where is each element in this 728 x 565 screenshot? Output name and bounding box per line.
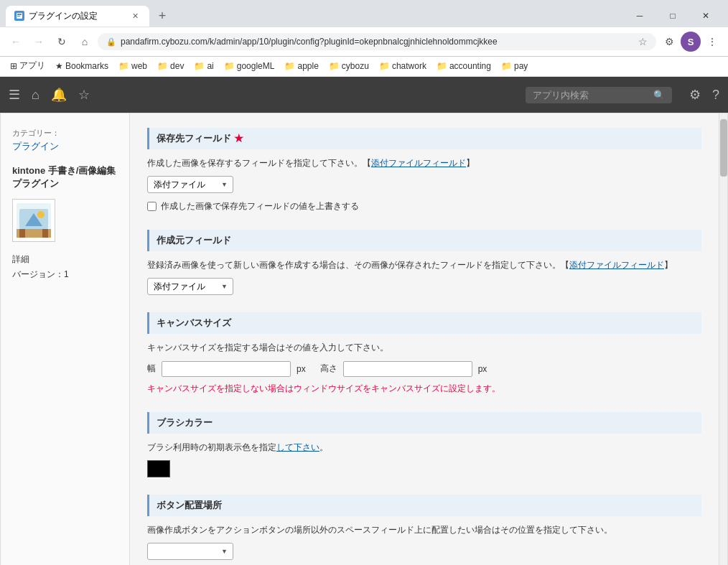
save-field-select[interactable]: 添付ファイル bbox=[147, 176, 233, 193]
bookmark-pay-label: pay bbox=[514, 61, 528, 71]
sidebar-category-label: カテゴリー： bbox=[12, 128, 118, 139]
active-tab[interactable]: プラグインの設定 ✕ bbox=[6, 6, 149, 27]
save-field-section: 保存先フィールド ★ 作成した画像を保存するフィールドを指定して下さい。【添付フ… bbox=[147, 128, 701, 213]
search-icon: 🔍 bbox=[653, 90, 665, 101]
canvas-size-row: 幅 px 高さ px bbox=[147, 361, 701, 377]
svg-point-7 bbox=[37, 211, 45, 218]
bookmark-apps[interactable]: ⊞ アプリ bbox=[6, 58, 50, 73]
bookmark-accounting[interactable]: 📁 accounting bbox=[432, 60, 495, 73]
bookmark-chatwork-label: chatwork bbox=[392, 61, 426, 71]
bookmark-bookmarks[interactable]: ★ Bookmarks bbox=[51, 60, 113, 73]
maximize-button[interactable]: □ bbox=[656, 4, 689, 27]
bookmark-dev[interactable]: 📁 dev bbox=[153, 60, 188, 73]
scrollbar-thumb[interactable] bbox=[720, 119, 727, 177]
menu-button[interactable]: ⋮ bbox=[702, 32, 722, 52]
canvas-height-input[interactable] bbox=[343, 361, 472, 377]
main-content: カテゴリー： プラグイン kintone 手書き/画像編集プラグイン 詳細 バー… bbox=[0, 113, 728, 565]
bookmark-pay[interactable]: 📁 pay bbox=[497, 60, 532, 73]
notification-icon[interactable]: 🔔 bbox=[51, 87, 67, 103]
color-picker[interactable] bbox=[147, 460, 170, 477]
bookmark-ai[interactable]: 📁 ai bbox=[190, 60, 218, 73]
help-icon[interactable]: ? bbox=[712, 88, 719, 103]
sidebar-plugin-link[interactable]: プラグイン bbox=[12, 140, 118, 153]
settings-icon[interactable]: ⚙ bbox=[689, 87, 701, 103]
svg-rect-2 bbox=[17, 14, 22, 15]
bookmark-dev-label: dev bbox=[170, 61, 184, 71]
tab-favicon bbox=[14, 11, 24, 21]
sidebar: カテゴリー： プラグイン kintone 手書き/画像編集プラグイン 詳細 バー… bbox=[1, 113, 130, 565]
favorites-icon[interactable]: ☆ bbox=[78, 87, 90, 103]
canvas-size-desc: キャンバスサイズを指定する場合はその値を入力して下さい。 bbox=[147, 341, 701, 355]
bookmark-chatwork[interactable]: 📁 chatwork bbox=[375, 60, 431, 73]
source-field-link[interactable]: 添付ファイルフィールド bbox=[569, 260, 664, 270]
width-label: 幅 bbox=[147, 363, 156, 375]
home-app-icon[interactable]: ⌂ bbox=[32, 88, 39, 103]
svg-rect-3 bbox=[17, 16, 20, 17]
plugin-icon bbox=[12, 199, 55, 242]
apps-label: アプリ bbox=[19, 60, 45, 72]
required-indicator: ★ bbox=[234, 133, 243, 144]
profile-button[interactable]: S bbox=[681, 32, 701, 52]
home-button[interactable]: ⌂ bbox=[75, 32, 95, 52]
nav-actions: ⚙ S ⋮ bbox=[659, 32, 722, 52]
px2-label: px bbox=[478, 364, 487, 374]
scrollbar[interactable] bbox=[719, 113, 727, 565]
canvas-size-header: キャンバスサイズ bbox=[147, 312, 701, 334]
bookmark-ai-label: ai bbox=[207, 61, 213, 71]
save-field-desc: 作成した画像を保存するフィールドを指定して下さい。【添付ファイルフィールド】 bbox=[147, 157, 701, 170]
source-field-select[interactable]: 添付ファイル bbox=[147, 278, 233, 295]
svg-rect-10 bbox=[42, 229, 48, 238]
overwrite-checkbox[interactable] bbox=[147, 202, 157, 211]
save-field-link[interactable]: 添付ファイルフィールド bbox=[371, 158, 466, 168]
config-area: 保存先フィールド ★ 作成した画像を保存するフィールドを指定して下さい。【添付フ… bbox=[130, 113, 719, 565]
bookmark-star-icon[interactable]: ☆ bbox=[638, 36, 648, 47]
bookmarks-bar: ⊞ アプリ ★ Bookmarks 📁 web 📁 dev 📁 ai 📁 goo… bbox=[0, 57, 728, 77]
tab-close-button[interactable]: ✕ bbox=[129, 10, 141, 22]
button-position-select[interactable] bbox=[147, 543, 233, 560]
minimize-button[interactable]: ─ bbox=[623, 4, 656, 27]
hamburger-menu-icon[interactable]: ☰ bbox=[9, 87, 20, 103]
folder-icon-web: 📁 bbox=[118, 61, 129, 71]
button-position-header: ボタン配置場所 bbox=[147, 495, 701, 516]
forward-button[interactable]: → bbox=[29, 32, 49, 52]
back-button[interactable]: ← bbox=[6, 32, 26, 52]
canvas-size-section: キャンバスサイズ キャンバスサイズを指定する場合はその値を入力して下さい。 幅 … bbox=[147, 312, 701, 394]
close-button[interactable]: ✕ bbox=[689, 4, 722, 27]
bookmark-cybozu[interactable]: 📁 cybozu bbox=[325, 60, 373, 73]
extensions-button[interactable]: ⚙ bbox=[659, 32, 679, 52]
nav-bar: ← → ↻ ⌂ 🔒 pandafirm.cybozu.com/k/admin/a… bbox=[0, 27, 728, 57]
refresh-button[interactable]: ↻ bbox=[52, 32, 72, 52]
sidebar-version-label: バージョン：1 bbox=[12, 269, 118, 281]
sidebar-detail-label: 詳細 bbox=[12, 253, 118, 266]
bookmark-web[interactable]: 📁 web bbox=[114, 60, 151, 73]
canvas-width-input[interactable] bbox=[162, 361, 291, 377]
brush-color-section: ブラシカラー ブラシ利用時の初期表示色を指定して下さい。 bbox=[147, 412, 701, 477]
save-field-select-wrapper[interactable]: 添付ファイル bbox=[147, 176, 233, 193]
window-controls: ─ □ ✕ bbox=[623, 4, 722, 27]
bookmark-accounting-label: accounting bbox=[449, 61, 491, 71]
bookmark-cybozu-label: cybozu bbox=[342, 61, 369, 71]
brush-color-link[interactable]: して下さい bbox=[276, 442, 319, 452]
source-field-select-wrapper[interactable]: 添付ファイル bbox=[147, 278, 233, 295]
folder-icon-apple: 📁 bbox=[284, 61, 295, 71]
address-bar[interactable]: 🔒 pandafirm.cybozu.com/k/admin/app/10/pl… bbox=[98, 33, 656, 50]
tab-title: プラグインの設定 bbox=[29, 10, 98, 22]
app-search-box[interactable]: 🔍 bbox=[526, 87, 672, 103]
brush-color-desc: ブラシ利用時の初期表示色を指定して下さい。 bbox=[147, 441, 701, 454]
source-field-desc: 登録済み画像を使って新しい画像を作成する場合は、その画像が保存されたフィールドを… bbox=[147, 258, 701, 272]
folder-icon-pay: 📁 bbox=[501, 61, 512, 71]
bookmark-apple[interactable]: 📁 apple bbox=[280, 60, 322, 73]
overwrite-checkbox-row: 作成した画像で保存先フィールドの値を上書きする bbox=[147, 200, 701, 213]
plugin-name: kintone 手書き/画像編集プラグイン bbox=[12, 164, 118, 190]
scrollbar-track bbox=[719, 113, 727, 565]
svg-rect-9 bbox=[19, 229, 25, 238]
folder-icon-cybozu: 📁 bbox=[329, 61, 340, 71]
bookmark-googleml[interactable]: 📁 googleML bbox=[220, 60, 279, 73]
app-search-input[interactable] bbox=[533, 90, 648, 101]
height-label: 高さ bbox=[320, 363, 337, 375]
address-text: pandafirm.cybozu.com/k/admin/app/10/plug… bbox=[121, 37, 634, 47]
new-tab-button[interactable]: + bbox=[152, 6, 172, 26]
app-header: ☰ ⌂ 🔔 ☆ 🔍 ⚙ ? bbox=[0, 77, 728, 113]
apps-grid-icon: ⊞ bbox=[10, 61, 17, 71]
button-position-select-wrapper[interactable] bbox=[147, 543, 233, 560]
